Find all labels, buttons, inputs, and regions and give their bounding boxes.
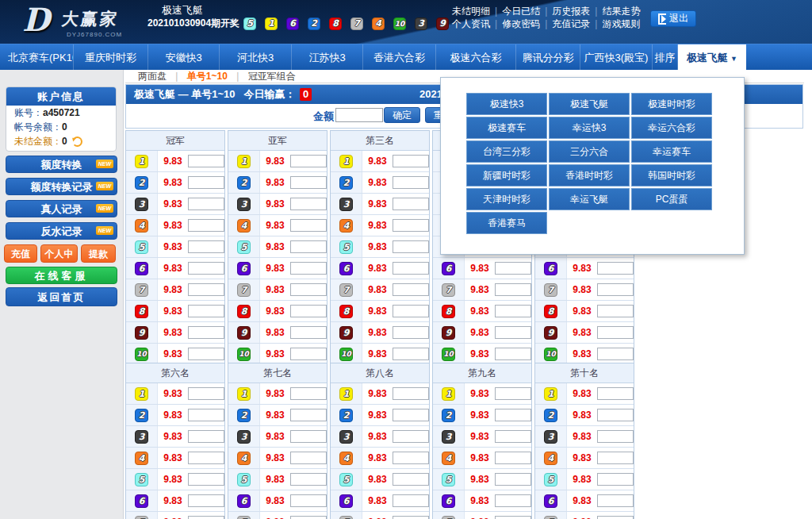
dropdown-item[interactable]: 极速快3	[466, 93, 547, 115]
nav-tab-active[interactable]: 极速飞艇▼	[678, 44, 746, 70]
nav-tab-7[interactable]: 腾讯分分彩	[516, 44, 580, 70]
bet-amount-input[interactable]	[290, 452, 327, 464]
bet-amount-input[interactable]	[290, 409, 327, 421]
bet-amount-input[interactable]	[597, 409, 634, 421]
dropdown-item[interactable]: PC蛋蛋	[631, 188, 712, 210]
bet-amount-input[interactable]	[495, 430, 531, 443]
bet-amount-input[interactable]	[290, 219, 327, 232]
bet-amount-input[interactable]	[393, 473, 429, 486]
bet-amount-input[interactable]	[188, 198, 224, 210]
bet-amount-input[interactable]	[495, 494, 531, 507]
nav-tab-2[interactable]: 安徽快3	[148, 44, 220, 70]
dropdown-item[interactable]: 极速赛车	[466, 117, 547, 139]
bet-amount-input[interactable]	[597, 516, 634, 519]
dropdown-item[interactable]: 幸运飞艇	[549, 188, 630, 210]
bet-amount-input[interactable]	[290, 262, 327, 275]
bet-amount-input[interactable]	[393, 387, 429, 400]
nav-tab-8[interactable]: 广西快3(殿宝)	[580, 44, 653, 70]
tab-two-sides[interactable]: 两面盘	[138, 71, 167, 82]
dropdown-item[interactable]: 三分六合	[549, 140, 630, 163]
bet-amount-input[interactable]	[290, 240, 327, 253]
bet-amount-input[interactable]	[393, 430, 429, 443]
refresh-icon[interactable]	[72, 136, 82, 147]
bet-amount-input[interactable]	[495, 516, 531, 519]
dropdown-item[interactable]: 天津时时彩	[466, 188, 547, 210]
bet-amount-input[interactable]	[393, 516, 429, 519]
dropdown-item[interactable]: 香港时时彩	[549, 164, 630, 186]
bet-amount-input[interactable]	[188, 387, 224, 400]
bet-amount-input[interactable]	[597, 387, 634, 400]
dropdown-item[interactable]: 新疆时时彩	[466, 164, 547, 186]
bet-amount-input[interactable]	[393, 494, 429, 507]
dropdown-item[interactable]: 幸运快3	[549, 117, 630, 139]
bet-amount-input[interactable]	[188, 494, 224, 507]
sidebar-menu-item[interactable]: 反水记录NEW	[6, 222, 117, 240]
nav-tab-3[interactable]: 河北快3	[220, 44, 292, 70]
nav-tab-1[interactable]: 重庆时时彩	[74, 44, 148, 70]
sidebar-menu-item[interactable]: 额度转换记录NEW	[6, 178, 117, 195]
confirm-button[interactable]: 确定	[384, 107, 420, 123]
bet-amount-input[interactable]	[290, 494, 327, 507]
bet-amount-input[interactable]	[393, 409, 429, 421]
nav-tab-4[interactable]: 江苏快3	[292, 44, 363, 70]
bet-amount-input[interactable]	[495, 348, 531, 360]
bet-amount-input[interactable]	[393, 326, 429, 339]
bet-amount-input[interactable]	[393, 262, 429, 275]
bet-amount-input[interactable]	[290, 326, 327, 339]
sidebar-menu-item[interactable]: 额度转换NEW	[6, 156, 117, 173]
header-link-历史报表[interactable]: 历史报表	[552, 6, 590, 17]
bet-amount-input[interactable]	[393, 240, 429, 253]
bet-amount-input[interactable]	[597, 430, 634, 443]
bet-amount-input[interactable]	[188, 155, 224, 167]
bet-amount-input[interactable]	[393, 198, 429, 210]
bet-amount-input[interactable]	[597, 283, 634, 296]
bet-amount-input[interactable]	[393, 176, 429, 189]
bet-amount-input[interactable]	[188, 409, 224, 421]
header-link-充值记录[interactable]: 充值记录	[552, 18, 590, 29]
bet-amount-input[interactable]	[188, 219, 224, 232]
bet-amount-input[interactable]	[495, 305, 531, 317]
online-service-button[interactable]: 在线客服	[6, 267, 117, 284]
header-link-个人资讯[interactable]: 个人资讯	[452, 18, 490, 29]
nav-tab-5[interactable]: 香港六合彩	[363, 44, 436, 70]
bet-amount-input[interactable]	[290, 473, 327, 486]
bet-amount-input[interactable]	[393, 305, 429, 317]
dropdown-item[interactable]: 幸运赛车	[631, 140, 712, 163]
bet-amount-input[interactable]	[188, 262, 224, 275]
bet-amount-input[interactable]	[188, 305, 224, 317]
header-link-今日已结[interactable]: 今日已结	[502, 6, 540, 17]
header-link-未结明细[interactable]: 未结明细	[452, 6, 490, 17]
quick-button-1[interactable]: 充值	[4, 244, 37, 263]
bet-amount-input[interactable]	[290, 305, 327, 317]
bet-amount-input[interactable]	[188, 326, 224, 339]
bet-amount-input[interactable]	[393, 219, 429, 232]
bet-amount-input[interactable]	[597, 473, 634, 486]
bet-amount-input[interactable]	[188, 240, 224, 253]
amount-input[interactable]	[335, 108, 383, 122]
bet-amount-input[interactable]	[290, 348, 327, 360]
bet-amount-input[interactable]	[495, 409, 531, 421]
tab-single-1-10[interactable]: 单号1~10	[187, 71, 228, 82]
nav-tab-0[interactable]: 北京赛车(PK10)	[8, 44, 74, 70]
bet-amount-input[interactable]	[495, 283, 531, 296]
bet-amount-input[interactable]	[597, 326, 634, 339]
bet-amount-input[interactable]	[495, 387, 531, 400]
bet-amount-input[interactable]	[290, 176, 327, 189]
nav-tab-9[interactable]: 排序	[653, 44, 678, 70]
header-link-游戏规则[interactable]: 游戏规则	[602, 18, 640, 29]
quick-button-3[interactable]: 提款	[81, 244, 116, 263]
bet-amount-input[interactable]	[290, 430, 327, 443]
bet-amount-input[interactable]	[188, 348, 224, 360]
dropdown-item[interactable]: 极速时时彩	[631, 93, 712, 115]
bet-amount-input[interactable]	[597, 452, 634, 464]
bet-amount-input[interactable]	[495, 262, 531, 275]
tab-champion-combo[interactable]: 冠亚军组合	[248, 71, 296, 82]
bet-amount-input[interactable]	[290, 387, 327, 400]
bet-amount-input[interactable]	[393, 452, 429, 464]
bet-amount-input[interactable]	[290, 283, 327, 296]
bet-amount-input[interactable]	[188, 473, 224, 486]
sidebar-menu-item[interactable]: 真人记录NEW	[6, 200, 117, 217]
bet-amount-input[interactable]	[597, 348, 634, 360]
back-home-button[interactable]: 返回首页	[6, 287, 117, 306]
bet-amount-input[interactable]	[290, 155, 327, 167]
